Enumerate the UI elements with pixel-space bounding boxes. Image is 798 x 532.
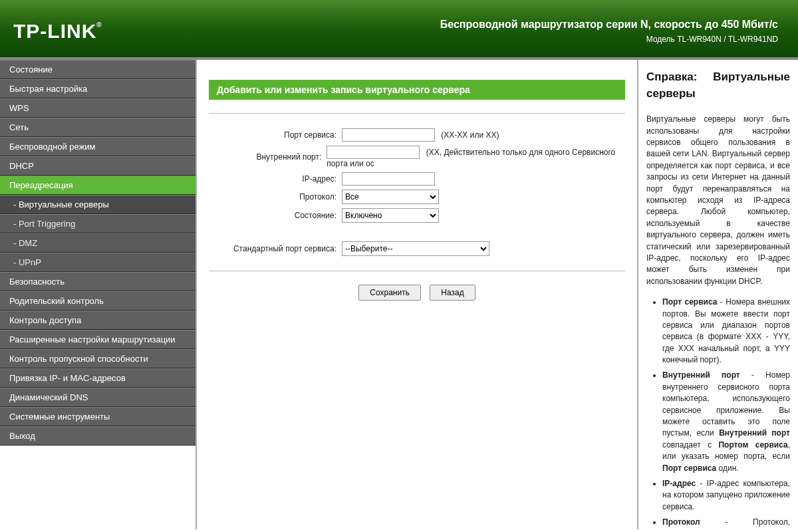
sidebar-item-15[interactable]: Контроль пропускной способности: [0, 349, 196, 368]
internal-port-input[interactable]: [327, 146, 420, 159]
sidebar-item-1[interactable]: Быстрая настройка: [0, 79, 196, 98]
sidebar-item-7[interactable]: - Виртуальные серверы: [0, 195, 196, 214]
status-label: Состояние:: [209, 211, 342, 220]
save-button[interactable]: Сохранить: [358, 285, 421, 301]
sidebar-item-5[interactable]: DHCP: [0, 156, 196, 176]
sidebar-item-13[interactable]: Контроль доступа: [0, 311, 196, 330]
main-content: Добавить или изменить запись виртуальног…: [197, 60, 638, 529]
sidebar: СостояниеБыстрая настройкаWPSСетьБеспров…: [0, 60, 197, 529]
help-panel: Справка: Виртуальные серверы Виртуальные…: [638, 60, 798, 529]
ip-address-label: IP-адрес:: [209, 174, 342, 184]
service-port-label: Порт сервиса:: [209, 130, 342, 140]
sidebar-item-14[interactable]: Расширенные настройки маршрутизации: [0, 330, 196, 349]
sidebar-item-10[interactable]: - UPnP: [0, 253, 196, 272]
protocol-label: Протокол:: [209, 192, 342, 201]
ip-address-input[interactable]: [342, 172, 435, 186]
button-row: Сохранить Назад: [209, 285, 625, 301]
service-port-hint: (XX-XX или XX): [441, 130, 499, 140]
help-bullet-0: Порт сервиса - Номера внешних портов. Вы…: [662, 297, 790, 366]
common-port-select[interactable]: --Выберите--: [342, 241, 489, 256]
service-port-input[interactable]: [342, 128, 435, 142]
sidebar-item-12[interactable]: Родительский контроль: [0, 291, 196, 311]
help-bullet-3: Протокол - Протокол, используемый для да…: [662, 517, 790, 529]
help-bullet-2: IP-адрес - IP-адрес компьютера, на котор…: [662, 478, 790, 513]
sidebar-item-3[interactable]: Сеть: [0, 118, 196, 137]
back-button[interactable]: Назад: [430, 285, 475, 301]
sidebar-item-17[interactable]: Динамический DNS: [0, 388, 196, 407]
help-intro: Виртуальные серверы могут быть использов…: [646, 114, 790, 287]
help-bullet-1: Внутренний порт - Номер внутреннего серв…: [662, 370, 790, 474]
header-title: Беспроводной маршрутизатор серии N, скор…: [440, 19, 778, 31]
sidebar-item-9[interactable]: - DMZ: [0, 233, 196, 253]
sidebar-item-11[interactable]: Безопасность: [0, 272, 196, 291]
form-block: Порт сервиса: (XX-XX или XX) Внутренний …: [209, 113, 625, 271]
help-list: Порт сервиса - Номера внешних портов. Вы…: [646, 297, 790, 529]
sidebar-item-8[interactable]: - Port Triggering: [0, 214, 196, 233]
help-title: Справка: Виртуальные серверы: [646, 69, 790, 102]
common-port-label: Стандартный порт сервиса:: [209, 244, 342, 253]
sidebar-item-18[interactable]: Системные инструменты: [0, 407, 196, 426]
header: TP-LINK® Беспроводной маршрутизатор сери…: [0, 0, 798, 60]
page-title: Добавить или изменить запись виртуальног…: [209, 80, 625, 100]
status-select[interactable]: Включено: [342, 208, 439, 223]
sidebar-item-6[interactable]: Переадресация: [0, 176, 196, 195]
sidebar-item-16[interactable]: Привязка IP- и MAC-адресов: [0, 368, 196, 388]
sidebar-item-2[interactable]: WPS: [0, 98, 196, 118]
sidebar-item-0[interactable]: Состояние: [0, 60, 196, 79]
protocol-select[interactable]: Все: [342, 190, 439, 204]
logo: TP-LINK®: [13, 20, 102, 43]
internal-port-label: Внутренний порт:: [209, 152, 327, 162]
sidebar-item-19[interactable]: Выход: [0, 426, 196, 446]
sidebar-item-4[interactable]: Беспроводной режим: [0, 137, 196, 156]
header-subtitle: Модель TL-WR940N / TL-WR941ND: [646, 35, 778, 44]
